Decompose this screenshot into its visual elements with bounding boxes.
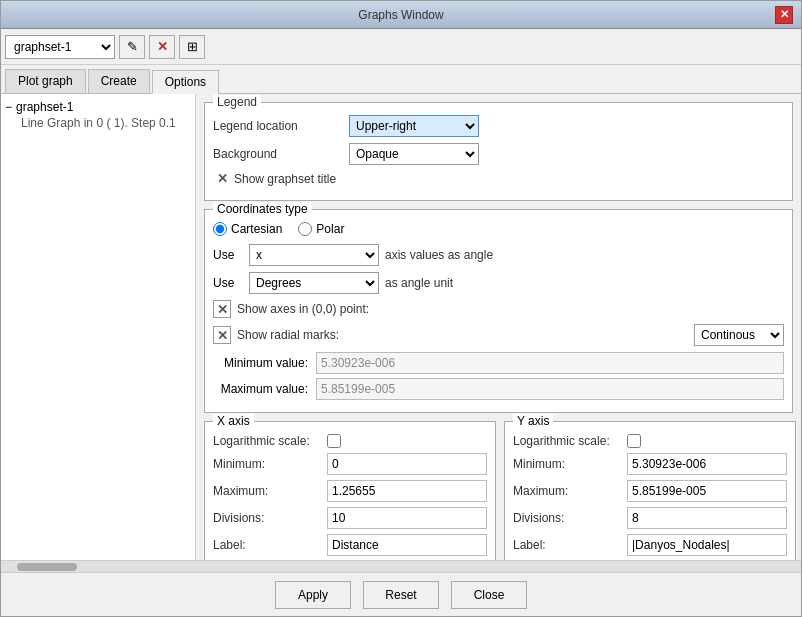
y-label-input[interactable] bbox=[627, 534, 787, 556]
x-div-row: Divisions: bbox=[213, 507, 487, 529]
grid-button[interactable]: ⊞ bbox=[179, 35, 205, 59]
y-min-row: Minimum: bbox=[513, 453, 787, 475]
tab-create[interactable]: Create bbox=[88, 69, 150, 93]
y-max-input[interactable] bbox=[627, 480, 787, 502]
y-axis-title: Y axis bbox=[513, 414, 553, 428]
scrollbar-thumb[interactable] bbox=[17, 563, 77, 571]
show-radial-row: ✕ Show radial marks: Continous bbox=[213, 324, 784, 346]
use1-row: Use x axis values as angle bbox=[213, 244, 784, 266]
x-min-row: Minimum: bbox=[213, 453, 487, 475]
continous-select[interactable]: Continous bbox=[694, 324, 784, 346]
cartesian-radio-item: Cartesian bbox=[213, 222, 282, 236]
polar-label: Polar bbox=[316, 222, 344, 236]
maximum-row: Maximum value: bbox=[213, 378, 784, 400]
legend-background-select[interactable]: Opaque bbox=[349, 143, 479, 165]
y-label-row: Label: bbox=[513, 534, 787, 556]
y-label-label: Label: bbox=[513, 538, 623, 552]
show-title-label: Show graphset title bbox=[234, 172, 336, 186]
x-max-label: Maximum: bbox=[213, 484, 323, 498]
x-log-checkbox[interactable] bbox=[327, 434, 341, 448]
use2-row: Use Degrees as angle unit bbox=[213, 272, 784, 294]
use1-select[interactable]: x bbox=[249, 244, 379, 266]
x-max-row: Maximum: bbox=[213, 480, 487, 502]
show-axes-label: Show axes in (0,0) point: bbox=[237, 302, 397, 316]
grid-icon: ⊞ bbox=[187, 39, 198, 54]
legend-location-label: Legend location bbox=[213, 119, 343, 133]
use2-label: Use bbox=[213, 276, 243, 290]
show-axes-check-icon: ✕ bbox=[217, 302, 228, 317]
legend-background-row: Background Opaque bbox=[213, 143, 784, 165]
graphset-selector[interactable]: graphset-1 bbox=[5, 35, 115, 59]
y-div-label: Divisions: bbox=[513, 511, 623, 525]
y-axis-box: Y axis Logarithmic scale: Minimum: Maxim… bbox=[504, 421, 796, 560]
content-area: Legend Legend location Upper-right Backg… bbox=[196, 94, 801, 560]
show-radial-label: Show radial marks: bbox=[237, 328, 397, 342]
show-radial-check-icon: ✕ bbox=[217, 328, 228, 343]
y-div-row: Divisions: bbox=[513, 507, 787, 529]
show-title-row: ✕ Show graphset title bbox=[213, 171, 784, 186]
polar-radio[interactable] bbox=[298, 222, 312, 236]
y-log-checkbox[interactable] bbox=[627, 434, 641, 448]
coordinates-title: Coordinates type bbox=[213, 202, 312, 216]
minimum-label: Minimum value: bbox=[213, 356, 308, 370]
nav-tabs: Plot graph Create Options bbox=[1, 65, 801, 94]
x-div-label: Divisions: bbox=[213, 511, 323, 525]
show-axes-checkbox[interactable]: ✕ bbox=[213, 300, 231, 318]
toolbar: graphset-1 ✎ ✕ ⊞ bbox=[1, 29, 801, 65]
x-log-row: Logarithmic scale: bbox=[213, 434, 487, 448]
y-log-row: Logarithmic scale: bbox=[513, 434, 787, 448]
axes-row: X axis Logarithmic scale: Minimum: Maxim… bbox=[204, 421, 793, 560]
x-label-label: Label: bbox=[213, 538, 323, 552]
y-min-input[interactable] bbox=[627, 453, 787, 475]
minimum-input[interactable] bbox=[316, 352, 784, 374]
tab-plot-graph[interactable]: Plot graph bbox=[5, 69, 86, 93]
maximum-label: Maximum value: bbox=[213, 382, 308, 396]
cartesian-radio[interactable] bbox=[213, 222, 227, 236]
legend-group-title: Legend bbox=[213, 95, 261, 109]
sidebar-root-item[interactable]: − graphset-1 bbox=[5, 98, 191, 116]
legend-group: Legend Legend location Upper-right Backg… bbox=[204, 102, 793, 201]
minimum-row: Minimum value: bbox=[213, 352, 784, 374]
reset-button[interactable]: Reset bbox=[363, 581, 439, 609]
polar-radio-item: Polar bbox=[298, 222, 344, 236]
horizontal-scrollbar[interactable] bbox=[1, 560, 801, 572]
minus-icon: − bbox=[5, 100, 12, 114]
x-min-input[interactable] bbox=[327, 453, 487, 475]
show-axes-row: ✕ Show axes in (0,0) point: bbox=[213, 300, 784, 318]
legend-location-row: Legend location Upper-right bbox=[213, 115, 784, 137]
bottom-bar: Apply Reset Close bbox=[1, 572, 801, 616]
y-min-label: Minimum: bbox=[513, 457, 623, 471]
cartesian-label: Cartesian bbox=[231, 222, 282, 236]
x-min-label: Minimum: bbox=[213, 457, 323, 471]
edit-icon: ✎ bbox=[127, 39, 138, 54]
delete-icon: ✕ bbox=[157, 39, 168, 54]
x-div-input[interactable] bbox=[327, 507, 487, 529]
coord-radio-row: Cartesian Polar bbox=[213, 222, 784, 236]
window-title: Graphs Window bbox=[27, 8, 775, 22]
legend-location-select[interactable]: Upper-right bbox=[349, 115, 479, 137]
edit-button[interactable]: ✎ bbox=[119, 35, 145, 59]
x-max-input[interactable] bbox=[327, 480, 487, 502]
use1-suffix: axis values as angle bbox=[385, 248, 493, 262]
maximum-input[interactable] bbox=[316, 378, 784, 400]
delete-button[interactable]: ✕ bbox=[149, 35, 175, 59]
y-max-row: Maximum: bbox=[513, 480, 787, 502]
use2-select[interactable]: Degrees bbox=[249, 272, 379, 294]
close-button[interactable]: Close bbox=[451, 581, 527, 609]
y-div-input[interactable] bbox=[627, 507, 787, 529]
legend-background-label: Background bbox=[213, 147, 343, 161]
apply-button[interactable]: Apply bbox=[275, 581, 351, 609]
y-max-label: Maximum: bbox=[513, 484, 623, 498]
show-radial-checkbox[interactable]: ✕ bbox=[213, 326, 231, 344]
sidebar-root-label: graphset-1 bbox=[16, 100, 73, 114]
x-label-input[interactable] bbox=[327, 534, 487, 556]
tab-options[interactable]: Options bbox=[152, 70, 219, 94]
main-content: − graphset-1 Line Graph in 0 ( 1). Step … bbox=[1, 94, 801, 560]
sidebar-child-label: Line Graph in 0 ( 1). Step 0.1 bbox=[21, 116, 176, 130]
use2-suffix: as angle unit bbox=[385, 276, 453, 290]
close-window-button[interactable]: ✕ bbox=[775, 6, 793, 24]
sidebar-child-item[interactable]: Line Graph in 0 ( 1). Step 0.1 bbox=[5, 116, 191, 130]
x-axis-box: X axis Logarithmic scale: Minimum: Maxim… bbox=[204, 421, 496, 560]
use1-label: Use bbox=[213, 248, 243, 262]
show-title-x-icon: ✕ bbox=[217, 171, 228, 186]
